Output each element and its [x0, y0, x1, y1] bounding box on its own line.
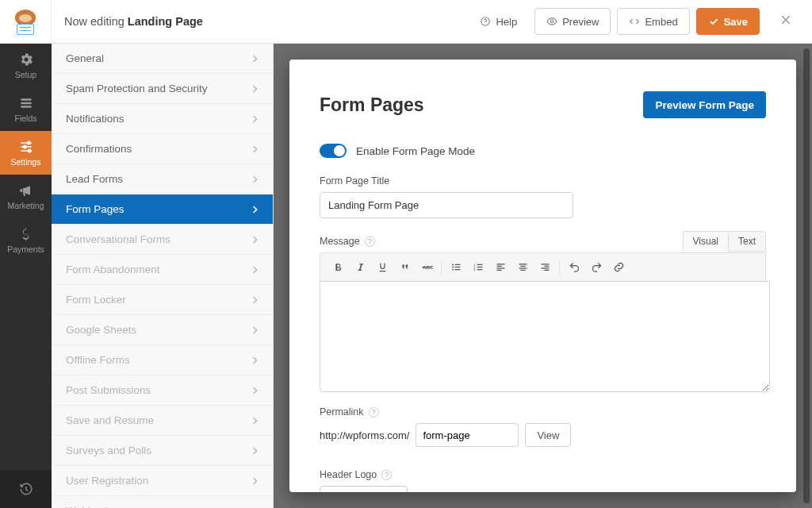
strikethrough-button[interactable]: ABC	[416, 257, 438, 278]
editing-title: Landing Page	[128, 15, 203, 28]
preview-button[interactable]: Preview	[534, 8, 611, 35]
view-permalink-button[interactable]: View	[525, 423, 571, 447]
settings-item-post-submissions[interactable]: Post Submissions	[52, 375, 273, 406]
redo-button[interactable]	[585, 257, 607, 278]
help-icon	[480, 16, 491, 27]
settings-item-general[interactable]: General	[52, 44, 273, 74]
mascot-icon	[11, 9, 40, 34]
settings-item-label: Save and Resume	[66, 414, 154, 426]
svg-point-13	[452, 267, 454, 268]
editing-prefix: Now editing	[64, 15, 128, 28]
svg-point-11	[452, 264, 454, 265]
align-center-button[interactable]	[511, 257, 534, 278]
svg-rect-5	[21, 106, 31, 108]
chevron-right-icon	[252, 235, 259, 244]
form-page-title-input[interactable]	[320, 192, 573, 218]
save-button[interactable]: Save	[696, 8, 760, 35]
eye-icon	[546, 16, 557, 27]
close-button[interactable]	[772, 11, 799, 32]
embed-button[interactable]: Embed	[617, 8, 689, 35]
rail-item-marketing[interactable]: Marketing	[0, 175, 52, 218]
settings-item-label: General	[66, 52, 104, 64]
align-right-button[interactable]	[534, 257, 556, 278]
settings-item-notifications[interactable]: Notifications	[52, 104, 273, 134]
settings-item-label: Offline Forms	[66, 354, 130, 366]
enable-form-page-toggle[interactable]	[320, 144, 347, 158]
rail-item-setup[interactable]: Setup	[0, 44, 52, 87]
bullhorn-icon	[18, 183, 34, 198]
align-left-button[interactable]	[489, 257, 511, 278]
settings-item-label: Form Pages	[66, 203, 124, 215]
svg-point-7	[23, 145, 25, 148]
chevron-right-icon	[252, 175, 259, 184]
dollar-icon	[18, 226, 34, 242]
link-button[interactable]	[607, 257, 630, 278]
preview-form-page-button[interactable]: Preview Form Page	[643, 91, 766, 118]
rail-history-button[interactable]	[0, 470, 52, 508]
close-icon	[779, 13, 793, 27]
header-logo-label: Header Logo ?	[320, 469, 766, 480]
chevron-right-icon	[252, 265, 259, 275]
check-icon	[708, 16, 719, 27]
blockquote-button[interactable]	[393, 257, 416, 278]
settings-item-label: Form Locker	[66, 294, 126, 306]
editor-tab-visual[interactable]: Visual	[683, 231, 728, 252]
help-button[interactable]: Help	[469, 8, 528, 35]
settings-item-form-locker[interactable]: Form Locker	[52, 285, 273, 315]
settings-item-label: User Registration	[66, 475, 148, 487]
chevron-right-icon	[252, 446, 259, 456]
message-textarea[interactable]	[320, 281, 770, 392]
svg-point-15	[452, 269, 454, 271]
bullet-list-button[interactable]	[445, 257, 467, 278]
svg-point-8	[28, 149, 30, 152]
settings-item-spam-protection-and-security[interactable]: Spam Protection and Security	[52, 74, 273, 104]
italic-button[interactable]	[349, 257, 371, 278]
content-stage: Form Pages Preview Form Page Enable Form…	[274, 44, 812, 508]
settings-item-form-abandonment[interactable]: Form Abandonment	[52, 255, 273, 285]
settings-item-lead-forms[interactable]: Lead Forms	[52, 164, 273, 194]
rail-item-settings[interactable]: Settings	[0, 131, 52, 175]
bold-button[interactable]	[327, 257, 349, 278]
settings-item-user-registration[interactable]: User Registration	[52, 466, 273, 496]
editor-tab-text[interactable]: Text	[728, 231, 766, 252]
rail-label: Marketing	[7, 201, 44, 210]
undo-button[interactable]	[563, 257, 585, 278]
settings-item-form-pages[interactable]: Form Pages	[52, 194, 273, 225]
rail-item-payments[interactable]: Payments	[0, 218, 52, 262]
chevron-right-icon	[252, 144, 259, 154]
underline-button[interactable]	[371, 257, 393, 278]
help-tooltip-icon[interactable]: ?	[381, 470, 392, 480]
rail-label: Fields	[14, 114, 36, 123]
upload-image-button[interactable]: Upload Image	[320, 486, 408, 492]
primary-nav-rail: Setup Fields Settings Marketing Payments	[0, 44, 52, 508]
message-editor: Visual Text ABC 123	[320, 252, 766, 392]
settings-item-webhooks[interactable]: Webhooks	[52, 496, 273, 508]
settings-item-save-and-resume[interactable]: Save and Resume	[52, 406, 273, 436]
chevron-right-icon	[252, 325, 259, 335]
permalink-slug-input[interactable]	[416, 423, 519, 447]
rail-item-fields[interactable]: Fields	[0, 87, 52, 131]
settings-item-label: Webhooks	[66, 505, 117, 508]
code-icon	[629, 16, 640, 27]
panel-title: Form Pages	[320, 94, 424, 116]
svg-rect-20	[477, 267, 482, 267]
form-pages-panel: Form Pages Preview Form Page Enable Form…	[289, 60, 796, 492]
settings-item-offline-forms[interactable]: Offline Forms	[52, 345, 273, 375]
svg-rect-4	[21, 102, 31, 105]
settings-item-label: Post Submissions	[66, 384, 151, 396]
help-tooltip-icon[interactable]: ?	[369, 407, 379, 418]
rail-label: Setup	[15, 70, 36, 79]
settings-item-surveys-and-polls[interactable]: Surveys and Polls	[52, 436, 273, 466]
settings-item-confirmations[interactable]: Confirmations	[52, 134, 273, 164]
settings-item-label: Form Abandonment	[66, 264, 160, 275]
settings-sidebar[interactable]: GeneralSpam Protection and SecurityNotif…	[52, 44, 274, 508]
sliders-icon	[18, 139, 34, 155]
svg-rect-22	[477, 269, 482, 270]
settings-item-google-sheets[interactable]: Google Sheets	[52, 315, 273, 345]
settings-item-label: Conversational Forms	[66, 233, 170, 245]
numbered-list-button[interactable]: 123	[467, 257, 489, 278]
settings-item-label: Lead Forms	[66, 173, 123, 185]
help-tooltip-icon[interactable]: ?	[365, 237, 375, 247]
settings-item-conversational-forms[interactable]: Conversational Forms	[52, 225, 273, 255]
settings-item-label: Google Sheets	[66, 324, 136, 336]
